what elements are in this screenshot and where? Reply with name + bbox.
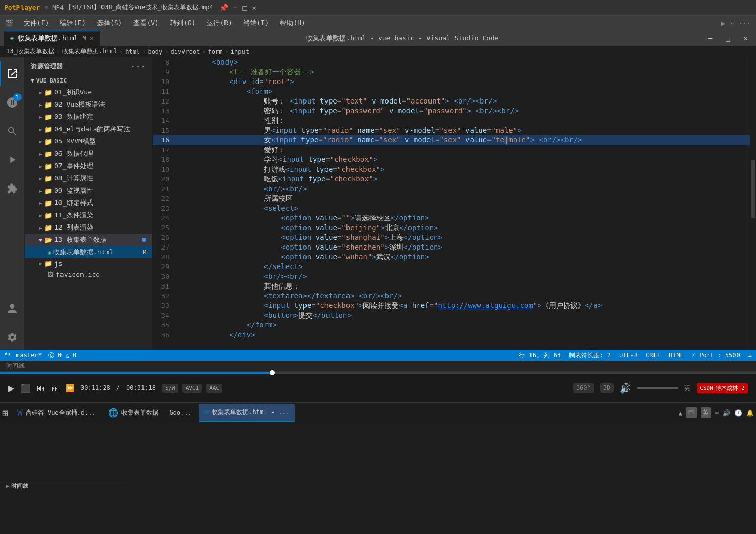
player-3d-btn[interactable]: 3D <box>600 383 614 393</box>
activity-extensions-icon[interactable] <box>0 176 25 201</box>
menu-edit[interactable]: 编辑(E) <box>55 16 90 30</box>
feedback-icon[interactable]: ⇄ <box>748 352 752 359</box>
menu-help[interactable]: 帮助(H) <box>275 16 310 30</box>
activity-run-icon[interactable] <box>0 148 25 172</box>
line-content-24: <option value="">请选择校区</option> <box>177 213 740 223</box>
sidebar-item-13[interactable]: ▼ 📂 13_收集表单数据 <box>25 234 152 246</box>
player-360-btn[interactable]: 360° <box>573 383 594 393</box>
breadcrumb-item-form[interactable]: form <box>208 48 223 55</box>
tab-close-btn[interactable]: × <box>90 34 94 43</box>
sidebar-item-label: 08_计算属性 <box>54 174 93 183</box>
code-line-22: 22 所属校区 <box>153 194 750 203</box>
code-line-18: 18 学习<input type="checkbox"> <box>153 155 750 165</box>
sidebar-item-12[interactable]: ▶ 📁 12_列表渲染 <box>25 221 152 234</box>
sidebar-item-js[interactable]: ▶ 📁 js <box>25 258 152 269</box>
live-server-port[interactable]: ⚡ Port : 5500 <box>692 352 740 359</box>
sidebar-item-07[interactable]: ▶ 📁 07_事件处理 <box>25 160 152 172</box>
sidebar-item-11[interactable]: ▶ 📁 11_条件渲染 <box>25 209 152 221</box>
user-label: 待木成林 2 <box>716 384 745 392</box>
volume-bar[interactable] <box>637 387 678 389</box>
win-minimize-btn[interactable]: ─ <box>704 34 717 43</box>
maximize-btn[interactable]: □ <box>242 4 247 12</box>
tray-volume-icon[interactable]: 🔊 <box>723 409 730 417</box>
menu-select[interactable]: 选择(S) <box>92 16 127 30</box>
total-time: 00:31:18 <box>126 384 156 392</box>
win-close-btn[interactable]: ✕ <box>740 34 752 43</box>
tray-arrow-icon[interactable]: ▲ <box>679 409 682 417</box>
close-btn[interactable]: ✕ <box>252 4 256 12</box>
sidebar-item-05[interactable]: ▶ 📁 05_MVVM模型 <box>25 135 152 148</box>
volume-icon[interactable]: 🔊 <box>620 383 631 394</box>
tray-keyboard-icon[interactable]: ⌨ <box>715 409 719 417</box>
breadcrumb-item-html[interactable]: html <box>125 48 140 55</box>
git-branch[interactable]: master* <box>4 352 42 359</box>
activity-account-icon[interactable] <box>0 296 25 321</box>
line-content-35: </form> <box>177 320 740 330</box>
tab-size[interactable]: 制表符长度: 2 <box>569 351 611 360</box>
activity-settings-icon[interactable] <box>0 325 25 350</box>
sidebar-item-03[interactable]: ▶ 📁 03_数据绑定 <box>25 111 152 123</box>
breadcrumb-item-body[interactable]: body <box>148 48 162 55</box>
code-line-25: 25 <option value="beijing">北京</option> <box>153 223 750 233</box>
breadcrumb-item-divroot[interactable]: div#root <box>171 48 200 55</box>
tray-notification[interactable]: 🔔 <box>746 409 754 417</box>
vscode-split-icon[interactable]: ⊡ <box>729 19 733 27</box>
activity-search-icon[interactable] <box>0 119 25 143</box>
vscode-minimize-icon[interactable]: ▶ <box>721 19 725 27</box>
fast-forward-btn[interactable]: ⏩ <box>66 384 74 392</box>
tab-form-data[interactable]: ◈ 收集表单数据.html M × <box>4 31 100 46</box>
start-button[interactable]: ⊞ <box>2 407 8 419</box>
sidebar-item-02[interactable]: ▶ 📁 02_Vue模板语法 <box>25 98 152 111</box>
folder-chevron-icon: ▶ <box>39 90 42 95</box>
vscode-more-icon[interactable]: ··· <box>738 19 751 27</box>
sidebar-item-06[interactable]: ▶ 📁 06_数据代理 <box>25 148 152 160</box>
tray-input-en[interactable]: 英 <box>701 407 711 418</box>
encoding[interactable]: UTF-8 <box>619 352 638 359</box>
sidebar-item-01[interactable]: ▶ 📁 01_初识Vue <box>25 86 152 98</box>
line-content-14: 性别： <box>177 116 740 126</box>
line-number-20: 20 <box>154 174 177 184</box>
activity-explorer-icon[interactable] <box>0 61 25 86</box>
sidebar-root[interactable]: ▼ VUE_BASIC <box>25 75 152 86</box>
sidebar-item-04[interactable]: ▶ 📁 04_el与data的两种写法 <box>25 123 152 135</box>
minimize-btn[interactable]: ─ <box>233 4 237 12</box>
taskbar-app-vscode[interactable]: ⌨ 收集表单数据.html - ... <box>199 404 295 422</box>
tray-input-method[interactable]: 中 <box>686 407 697 418</box>
menu-run[interactable]: 运行(R) <box>201 16 237 30</box>
menu-view[interactable]: 查看(V) <box>128 16 164 30</box>
menu-goto[interactable]: 转到(G) <box>165 16 200 30</box>
language-indicator: 英 <box>684 384 690 393</box>
line-ending[interactable]: CRLF <box>646 352 661 359</box>
code-editor[interactable]: 8 <body> 9 <!-- 准备好一个容器--> 10 <div id="r… <box>153 57 750 350</box>
sidebar-item-10[interactable]: ▶ 📁 10_绑定样式 <box>25 197 152 209</box>
player-progress-bar[interactable] <box>0 372 756 374</box>
sidebar-item-08[interactable]: ▶ 📁 08_计算属性 <box>25 172 152 184</box>
breadcrumb-item-file[interactable]: 收集表单数据.html <box>62 47 117 56</box>
next-btn[interactable]: ⏭ <box>51 383 59 393</box>
stop-btn[interactable]: ⬛ <box>21 383 31 393</box>
win-maximize-btn[interactable]: □ <box>722 34 734 43</box>
media-filename: [38/168] 038_尚硅谷Vue技术_收集表单数据.mp4 <box>68 3 213 12</box>
prev-btn[interactable]: ⏮ <box>37 383 45 393</box>
pin-icon[interactable]: 📌 <box>219 4 228 12</box>
breadcrumb-item-folder[interactable]: 13_收集表单数据 <box>6 47 54 56</box>
errors-count[interactable]: ⓪ 0 △ 0 <box>48 351 76 360</box>
sidebar-item-label: favicon.ico <box>56 271 100 278</box>
sidebar-more-icon[interactable]: ··· <box>131 61 146 71</box>
menu-terminal[interactable]: 终端(T) <box>238 16 274 30</box>
activity-git-icon[interactable] <box>0 90 25 115</box>
sidebar-item-favicon[interactable]: 🖼 favicon.ico <box>25 269 152 280</box>
language-mode[interactable]: HTML <box>669 352 684 359</box>
cursor-position[interactable]: 行 16, 列 64 <box>519 351 561 360</box>
folder-chevron-icon: ▶ <box>39 102 42 108</box>
breadcrumb-item-input[interactable]: input <box>231 48 249 55</box>
sidebar-item-09[interactable]: ▶ 📁 09_监视属性 <box>25 184 152 197</box>
play-pause-btn[interactable]: ▶ <box>8 382 14 394</box>
file-icon: ◈ <box>47 249 51 256</box>
menu-file[interactable]: 文件(F) <box>18 16 54 30</box>
taskbar-app-chrome[interactable]: 🌐 收集表单数据 - Goo... <box>103 404 197 422</box>
sidebar-item-form-html[interactable]: ◈ 收集表单数据.html M <box>25 246 152 258</box>
minimap-scrollbar[interactable] <box>750 57 756 350</box>
taskbar-app-word[interactable]: W 尚硅谷_Vue全家桶.d... <box>12 404 101 422</box>
minimap-thumb <box>751 160 755 218</box>
